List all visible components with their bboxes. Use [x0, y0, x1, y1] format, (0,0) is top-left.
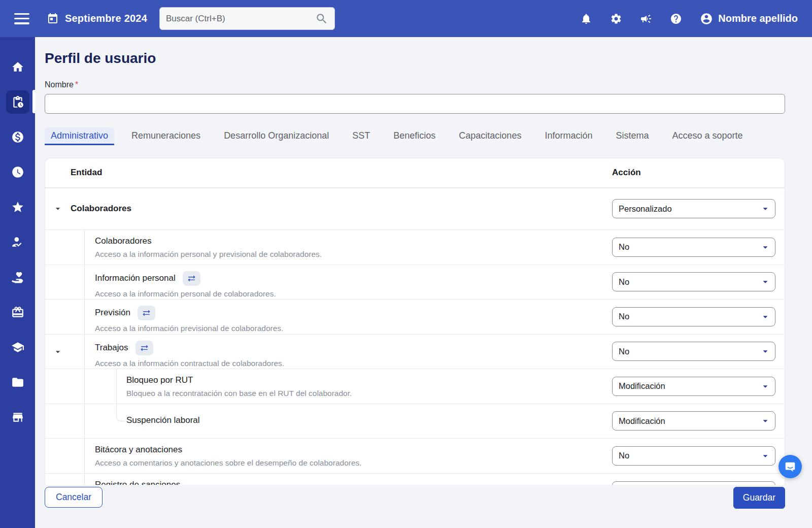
entity-label: Trabajos: [95, 343, 128, 353]
sidebar-item-selection[interactable]: [0, 224, 35, 259]
action-select[interactable]: Modificación: [612, 411, 775, 431]
tab-capacitaciones[interactable]: Capacitaciones: [453, 127, 527, 145]
table-row: Información personal Acceso a la informa…: [45, 265, 785, 299]
swap-permission-button[interactable]: [183, 271, 200, 286]
search-input[interactable]: [166, 14, 315, 24]
active-indicator: [32, 90, 35, 113]
name-label-text: Nombre: [45, 80, 74, 89]
clipboard-clock-icon: [6, 90, 29, 114]
chat-bubble-icon: [784, 460, 797, 473]
global-search: [159, 7, 335, 30]
action-select[interactable]: No: [612, 272, 775, 291]
table-row: Suspención laboral Modificación: [45, 404, 785, 438]
tab-bar: Administrativo Remuneraciones Desarrollo…: [45, 127, 785, 145]
action-value: No: [619, 242, 760, 252]
tab-sst[interactable]: SST: [346, 127, 376, 145]
cancel-button[interactable]: Cancelar: [45, 487, 103, 508]
sidebar-item-talent[interactable]: [0, 189, 35, 224]
entity-label: Bitácora y anotaciones: [95, 445, 182, 455]
tab-sistema[interactable]: Sistema: [610, 127, 655, 145]
entity-label: Información personal: [95, 273, 176, 283]
name-field-label: Nombre*: [45, 80, 785, 89]
calendar-icon: [47, 13, 59, 25]
chevron-down-icon: [760, 242, 771, 253]
entity-label: Registro de sanciones: [95, 480, 180, 485]
entity-description: Acceso a la información personal de cola…: [95, 289, 612, 299]
chevron-down-icon: [760, 450, 771, 461]
collapse-caret-icon[interactable]: [53, 347, 63, 357]
sidebar-item-wellness[interactable]: [0, 259, 35, 294]
topbar: Septiembre 2024 Nombre apellido: [0, 0, 812, 37]
entity-description: Acceso a la información contractual de c…: [95, 359, 612, 368]
account-icon: [700, 12, 713, 25]
sidebar-item-payroll[interactable]: [0, 119, 35, 154]
sidebar-item-documents[interactable]: [0, 365, 35, 400]
action-value: No: [619, 277, 760, 287]
table-body: Colaboradores Personalizado Colaboradore…: [45, 188, 785, 485]
action-select[interactable]: [612, 481, 775, 485]
swap-arrows-icon: [187, 274, 196, 283]
sidebar-item-benefits[interactable]: [0, 294, 35, 329]
tab-acceso-a-soporte[interactable]: Acceso a soporte: [666, 127, 749, 145]
sidebar-item-time[interactable]: [0, 154, 35, 189]
swap-arrows-icon: [142, 309, 151, 317]
chevron-down-icon: [760, 311, 771, 322]
tab-informacion[interactable]: Información: [538, 127, 598, 145]
save-button[interactable]: Guardar: [733, 487, 785, 509]
table-row: Registro de sanciones: [45, 473, 785, 485]
search-icon[interactable]: [315, 12, 328, 25]
folder-icon: [6, 371, 29, 394]
chevron-down-icon: [760, 346, 771, 357]
sidebar-item-marketplace[interactable]: [0, 400, 35, 435]
page-title: Perfil de usuario: [45, 50, 785, 67]
swap-permission-button[interactable]: [138, 306, 155, 320]
entity-description: Bloqueo a la recontratación con base en …: [126, 389, 612, 398]
action-select[interactable]: No: [612, 238, 775, 257]
sidebar-item-tasks[interactable]: [0, 84, 35, 119]
gear-icon[interactable]: [610, 13, 622, 25]
sidebar-item-home[interactable]: [0, 49, 35, 84]
bell-icon[interactable]: [580, 13, 592, 25]
menu-icon[interactable]: [14, 13, 29, 24]
graduation-cap-icon: [6, 336, 29, 359]
sidebar-item-training[interactable]: [0, 329, 35, 365]
entity-label: Suspención laboral: [126, 415, 200, 425]
user-menu[interactable]: Nombre apellido: [700, 12, 798, 25]
swap-arrows-icon: [140, 344, 149, 352]
person-check-icon: [6, 230, 29, 254]
home-icon: [6, 55, 29, 79]
action-select[interactable]: No: [612, 307, 775, 326]
tab-remuneraciones[interactable]: Remuneraciones: [125, 127, 207, 145]
action-select[interactable]: No: [612, 446, 775, 466]
permissions-table: Entidad Acción Colaboradores Personaliza…: [45, 158, 785, 485]
action-select[interactable]: Personalizado: [612, 199, 775, 218]
gift-icon: [6, 301, 29, 324]
entity-description: Acceso a comentarios y anotaciones sobre…: [95, 458, 612, 468]
chevron-down-icon: [760, 381, 771, 392]
entity-column-header: Entidad: [45, 168, 612, 178]
user-name: Nombre apellido: [718, 13, 798, 24]
action-column-header: Acción: [612, 168, 785, 178]
action-select[interactable]: Modificación: [612, 377, 775, 396]
action-select[interactable]: No: [612, 342, 775, 361]
period-selector[interactable]: Septiembre 2024: [47, 13, 147, 25]
table-row: Bitácora y anotaciones Acceso a comentar…: [45, 438, 785, 473]
swap-permission-button[interactable]: [136, 341, 153, 355]
table-row: Previsión Acceso a la información previs…: [45, 299, 785, 334]
megaphone-icon[interactable]: [640, 13, 652, 25]
action-value: No: [619, 347, 760, 356]
action-value: Modificación: [619, 381, 760, 391]
table-row: Trabajos Acceso a la información contrac…: [45, 334, 785, 369]
name-input[interactable]: [45, 94, 785, 114]
help-icon[interactable]: [670, 13, 682, 25]
action-value: No: [619, 451, 760, 460]
required-asterisk: *: [75, 80, 78, 89]
tab-desarrollo-organizacional[interactable]: Desarrollo Organizacional: [218, 127, 335, 145]
action-value: No: [619, 312, 760, 321]
chat-launcher[interactable]: [779, 455, 802, 478]
collapse-caret-icon[interactable]: [53, 204, 63, 214]
tab-administrativo[interactable]: Administrativo: [45, 127, 114, 145]
tab-beneficios[interactable]: Beneficios: [387, 127, 442, 145]
entity-description: Acceso a la información personal y previ…: [95, 250, 612, 259]
dollar-circle-icon: [6, 125, 29, 149]
